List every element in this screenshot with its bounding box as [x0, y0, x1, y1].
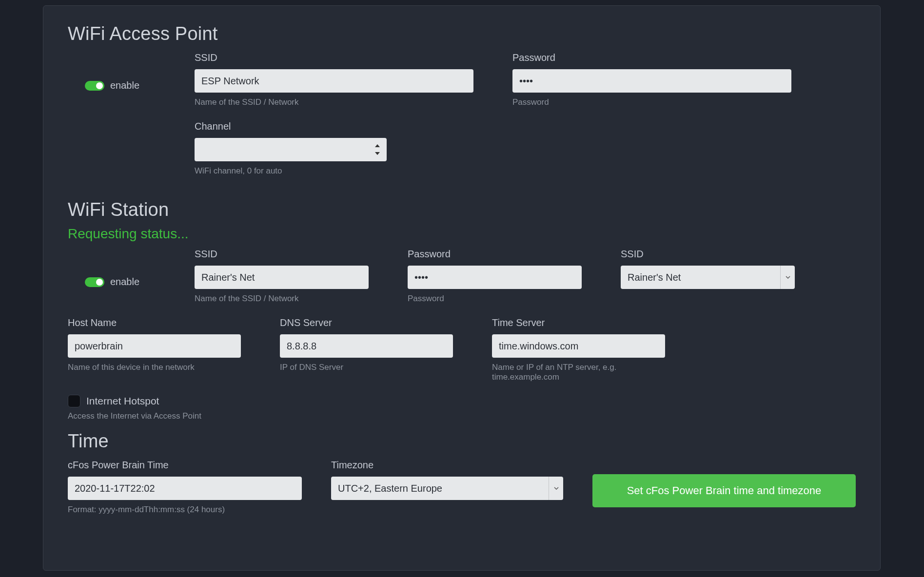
station-ssid-label: SSID: [195, 249, 369, 260]
ap-password-input[interactable]: [512, 69, 791, 93]
station-ssid-select[interactable]: Rainer's Net: [621, 266, 795, 289]
station-password-label: Password: [408, 249, 582, 260]
station-ssid-help: Name of the SSID / Network: [195, 294, 369, 304]
ap-ssid-input[interactable]: [195, 69, 473, 93]
timeserver-help: Name or IP of an NTP server, e.g. time.e…: [492, 363, 665, 382]
ap-ssid-help: Name of the SSID / Network: [195, 97, 473, 107]
dns-input[interactable]: [280, 334, 453, 358]
station-ssid-select-label: SSID: [621, 249, 795, 260]
clock-input[interactable]: [68, 477, 302, 500]
station-enable-toggle[interactable]: [85, 277, 104, 287]
host-help: Name of this device in the network: [68, 363, 241, 372]
station-password-input[interactable]: [408, 266, 582, 289]
set-time-button[interactable]: Set cFos Power Brain time and timezone: [592, 474, 856, 507]
station-ssid-input[interactable]: [195, 266, 369, 289]
clock-label: cFos Power Brain Time: [68, 460, 302, 471]
tz-select[interactable]: UTC+2, Eastern Europe: [331, 477, 563, 500]
ap-password-help: Password: [512, 97, 791, 107]
station-section-title: WiFi Station: [68, 199, 856, 220]
ap-section-title: WiFi Access Point: [68, 23, 856, 44]
station-password-help: Password: [408, 294, 582, 304]
ap-channel-input[interactable]: [195, 138, 387, 161]
station-enable-label: enable: [110, 276, 139, 288]
hotspot-label: Internet Hotspot: [86, 395, 159, 407]
timeserver-label: Time Server: [492, 317, 665, 328]
dns-help: IP of DNS Server: [280, 363, 453, 372]
ap-channel-help: WiFi channel, 0 for auto: [195, 166, 387, 176]
tz-label: Timezone: [331, 460, 563, 471]
ap-ssid-label: SSID: [195, 52, 473, 63]
ap-enable-label: enable: [110, 80, 139, 91]
ap-channel-label: Channel: [195, 121, 387, 132]
time-section-title: Time: [68, 431, 856, 452]
station-status: Requesting status...: [68, 226, 856, 242]
ap-password-label: Password: [512, 52, 791, 63]
dns-label: DNS Server: [280, 317, 453, 328]
clock-help: Format: yyyy-mm-ddThh:mm:ss (24 hours): [68, 505, 302, 515]
config-card: WiFi Access Point enable SSID Name of th…: [43, 5, 881, 571]
host-label: Host Name: [68, 317, 241, 328]
ap-enable-toggle[interactable]: [85, 81, 104, 91]
host-input[interactable]: [68, 334, 241, 358]
hotspot-checkbox[interactable]: [68, 395, 80, 407]
timeserver-input[interactable]: [492, 334, 665, 358]
hotspot-help: Access the Internet via Access Point: [68, 411, 856, 421]
